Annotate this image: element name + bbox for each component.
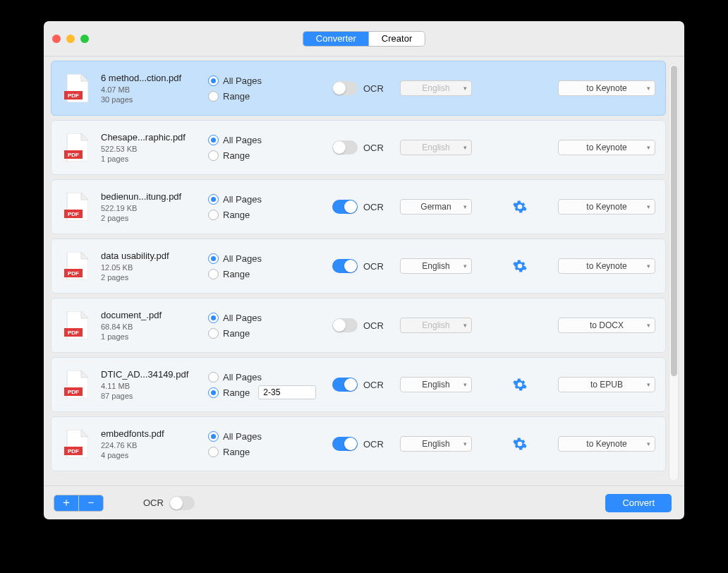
ocr-settings-icon[interactable] — [513, 259, 527, 273]
pdf-file-icon: PDF — [64, 133, 88, 162]
allpages-row[interactable]: All Pages — [208, 310, 321, 325]
remove-file-button[interactable]: － — [79, 495, 103, 511]
radio-range[interactable] — [208, 210, 219, 220]
ocr-toggle[interactable] — [332, 437, 358, 451]
lang-select[interactable]: English ▾ — [400, 258, 472, 274]
radio-range[interactable] — [208, 328, 219, 339]
allpages-row[interactable]: All Pages — [208, 428, 321, 444]
file-row[interactable]: PDF 6 method...ction.pdf 4.07 MB 30 page… — [51, 61, 666, 116]
allpages-row[interactable]: All Pages — [208, 369, 321, 385]
file-pagecount: 2 pages — [101, 214, 197, 222]
ocr-toggle[interactable] — [332, 259, 358, 273]
ocr-toggle[interactable] — [332, 318, 358, 332]
file-row[interactable]: PDF embedfonts.pdf 224.76 KB 4 pages All… — [51, 416, 666, 471]
range-row[interactable]: Range — [208, 207, 321, 222]
format-select[interactable]: to Keynote ▾ — [558, 140, 655, 155]
radio-all[interactable] — [208, 135, 219, 145]
chevron-down-icon: ▾ — [647, 440, 650, 447]
add-file-button[interactable]: ＋ — [54, 495, 78, 511]
file-info: embedfonts.pdf 224.76 KB 4 pages — [101, 428, 197, 459]
ocr-settings-icon[interactable] — [513, 200, 527, 214]
radio-range[interactable] — [208, 269, 219, 279]
ocr-label: OCR — [363, 83, 384, 94]
lang-select[interactable]: English ▾ — [400, 140, 472, 155]
format-select[interactable]: to EPUB ▾ — [558, 377, 655, 392]
footer-ocr-toggle[interactable] — [169, 496, 195, 510]
chevron-down-icon: ▾ — [647, 85, 650, 92]
format-column: to DOCX ▾ — [540, 318, 655, 333]
radio-range[interactable] — [208, 447, 219, 457]
radio-range[interactable] — [208, 91, 219, 102]
range-row[interactable]: Range — [208, 88, 321, 104]
format-select[interactable]: to Keynote ▾ — [558, 258, 655, 274]
radio-all[interactable] — [208, 253, 219, 264]
range-row[interactable]: Range — [208, 325, 321, 341]
ocr-toggle[interactable] — [332, 140, 358, 155]
file-size: 4.11 MB — [101, 382, 197, 390]
lang-select[interactable]: English ▾ — [400, 80, 472, 96]
lang-value: English — [422, 83, 449, 93]
scrollbar-thumb[interactable] — [671, 66, 677, 376]
range-row[interactable]: Range — [208, 385, 321, 400]
convert-button[interactable]: Convert — [605, 494, 672, 512]
allpages-label: All Pages — [223, 253, 262, 264]
radio-all[interactable] — [208, 372, 219, 382]
page-selection: All Pages Range — [208, 191, 321, 222]
format-select[interactable]: to Keynote ▾ — [558, 199, 655, 215]
page-selection: All Pages Range — [208, 251, 321, 282]
lang-select[interactable]: German ▾ — [400, 199, 472, 215]
allpages-row[interactable]: All Pages — [208, 191, 321, 207]
scrollbar[interactable] — [669, 64, 679, 481]
pdf-file-icon: PDF — [64, 193, 88, 221]
format-column: to Keynote ▾ — [540, 199, 655, 215]
ocr-toggle[interactable] — [332, 378, 358, 392]
tab-converter[interactable]: Converter — [303, 32, 369, 46]
file-row[interactable]: PDF Chesape...raphic.pdf 522.53 KB 1 pag… — [51, 120, 666, 175]
lang-select[interactable]: English ▾ — [400, 318, 472, 333]
file-row[interactable]: PDF data usability.pdf 12.05 KB 2 pages … — [51, 239, 666, 294]
window-controls — [52, 35, 89, 43]
radio-range[interactable] — [208, 150, 219, 161]
ocr-settings-icon[interactable] — [513, 437, 527, 451]
allpages-row[interactable]: All Pages — [208, 132, 321, 147]
file-info: bedienun...itung.pdf 522.19 KB 2 pages — [101, 191, 197, 222]
file-size: 12.05 KB — [101, 263, 197, 272]
format-select[interactable]: to Keynote ▾ — [558, 80, 655, 96]
svg-text:PDF: PDF — [68, 389, 79, 395]
ocr-toggle[interactable] — [332, 81, 358, 95]
ocr-column: OCR — [332, 140, 389, 155]
file-row[interactable]: PDF bedienun...itung.pdf 522.19 KB 2 pag… — [51, 179, 666, 234]
lang-select[interactable]: English ▾ — [400, 377, 472, 392]
footer-ocr-label: OCR — [143, 497, 164, 508]
file-row[interactable]: PDF document_.pdf 68.84 KB 1 pages All P… — [51, 298, 666, 353]
allpages-row[interactable]: All Pages — [208, 73, 321, 88]
chevron-down-icon: ▾ — [463, 263, 467, 270]
lang-select[interactable]: English ▾ — [400, 436, 472, 452]
minimize-icon[interactable] — [66, 35, 75, 43]
format-select[interactable]: to Keynote ▾ — [558, 436, 655, 452]
chevron-down-icon: ▾ — [647, 203, 650, 210]
radio-all[interactable] — [208, 313, 219, 323]
close-icon[interactable] — [52, 35, 61, 43]
range-input[interactable] — [258, 385, 316, 399]
file-name: 6 method...ction.pdf — [101, 73, 197, 83]
ocr-column: OCR — [332, 318, 389, 332]
zoom-icon[interactable] — [80, 35, 89, 43]
tab-creator[interactable]: Creator — [369, 32, 425, 46]
file-name: bedienun...itung.pdf — [101, 191, 197, 202]
range-row[interactable]: Range — [208, 147, 321, 163]
range-row[interactable]: Range — [208, 444, 321, 459]
format-select[interactable]: to DOCX ▾ — [558, 318, 655, 333]
range-row[interactable]: Range — [208, 266, 321, 282]
format-column: to Keynote ▾ — [540, 258, 655, 274]
allpages-row[interactable]: All Pages — [208, 251, 321, 266]
file-info: Chesape...raphic.pdf 522.53 KB 1 pages — [101, 132, 197, 163]
ocr-toggle[interactable] — [332, 200, 358, 214]
radio-all[interactable] — [208, 431, 219, 442]
ocr-settings-icon[interactable] — [513, 378, 527, 392]
radio-all[interactable] — [208, 194, 219, 205]
footer-bar: ＋ － OCR Convert — [44, 485, 684, 519]
file-row[interactable]: PDF DTIC_AD...34149.pdf 4.11 MB 87 pages… — [51, 357, 666, 412]
radio-all[interactable] — [208, 76, 219, 86]
radio-range[interactable] — [208, 387, 219, 398]
